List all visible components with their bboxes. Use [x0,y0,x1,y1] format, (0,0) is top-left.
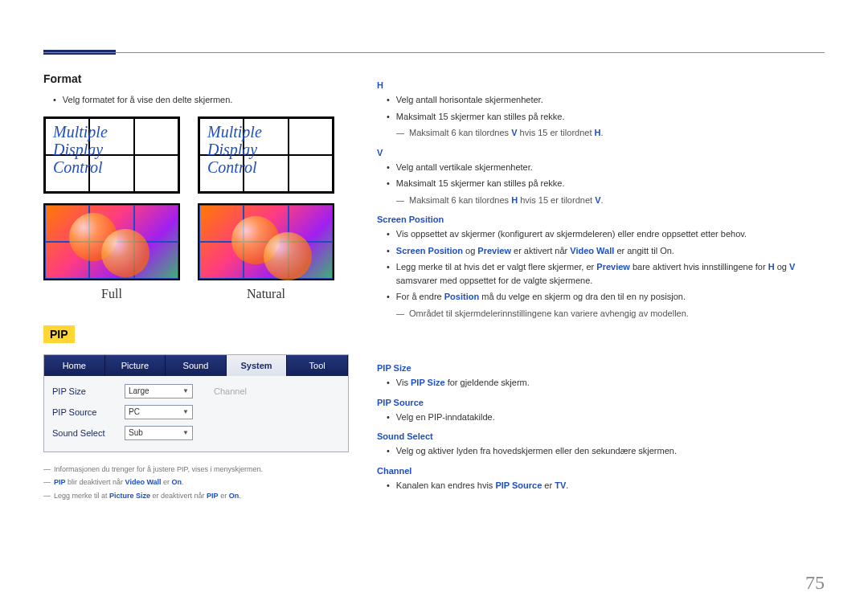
note-1-text: Informasjonen du trenger for å justere P… [54,465,263,475]
h-heading: H [377,80,825,90]
note-3-text: Legg merke til at Picture Size er deakti… [54,492,241,501]
channel-heading: Channel [377,466,825,476]
channel-disabled-label: Channel [214,386,247,396]
full-stack: Multiple Display Control Full [43,116,180,301]
note-1: ― Informasjonen du trenger for å justere… [43,465,349,475]
tab-picture[interactable]: Picture [105,355,166,376]
note-2-pip: PIP [54,478,66,486]
tab-tool[interactable]: Tool [287,355,348,376]
page-columns: Format • Velg formatet for å vise den de… [43,72,825,505]
pipsize-heading: PIP Size [377,363,825,373]
natural-stack: Multiple Display Control Natural [198,116,334,301]
footnotes: ― Informasjonen du trenger for å justere… [43,465,349,501]
left-column: Format • Velg formatet for å vise den de… [43,72,349,505]
format-images-row: Multiple Display Control Full Multiple D… [43,116,349,301]
pip-source-label: PIP Source [52,407,125,417]
channel-b1: • Kanalen kan endres hvis PIP Source er … [387,479,825,492]
note-3: ― Legg merke til at Picture Size er deak… [43,492,349,501]
menu-tabs: Home Picture Sound System Tool [44,355,348,376]
row-pip-source: PIP Source PC ▼ [52,402,340,423]
h-sub: ― Maksimalt 6 kan tilordnes V hvis 15 er… [396,126,825,140]
pipsrc-heading: PIP Source [377,398,825,407]
row-pip-size: PIP Size Large ▼ Channel [52,381,340,402]
bullet-dot: • [53,93,56,107]
sound-select-select[interactable]: Sub ▼ [125,426,193,440]
note-2: ― PIP blir deaktivert når Video Wall er … [43,478,349,488]
flower-grid-natural [198,203,334,280]
v-sub: ― Maksimalt 6 kan tilordnes H hvis 15 er… [396,194,825,207]
pipsrc-b1: •Velg en PIP-inndatakilde. [387,411,825,424]
sp-b1: •Vis oppsettet av skjermer (konfigurert … [387,227,825,241]
label-natural: Natural [198,287,334,301]
sp-b3: • Legg merke til at hvis det er valgt fl… [387,260,825,287]
mdc-grid-full: Multiple Display Control [43,116,180,194]
sound-select-value: Sub [129,428,143,437]
flower-grid-full [43,203,180,280]
soundsel-b1: •Velg og aktiver lyden fra hovedskjermen… [387,444,825,458]
h-b1: •Velg antall horisontale skjermenheter. [387,93,825,107]
menu-ui: Home Picture Sound System Tool PIP Size … [43,354,349,452]
pipsize-b1: • Vis PIP Size for gjeldende skjerm. [387,376,825,390]
tab-sound[interactable]: Sound [166,355,227,376]
soundsel-heading: Sound Select [377,431,825,441]
label-full: Full [43,287,180,301]
mdc-grid-natural: Multiple Display Control [198,116,334,194]
format-heading: Format [43,72,349,85]
pip-badge: PIP [43,325,75,343]
sound-select-label: Sound Select [52,428,125,438]
tab-home[interactable]: Home [44,355,105,376]
sp-b4: • For å endre Position må du velge en sk… [387,290,825,304]
h-b2: •Maksimalt 15 skjermer kan stilles på re… [387,110,825,124]
pip-size-label: PIP Size [52,386,125,396]
chevron-down-icon: ▼ [182,429,189,436]
sp-b2: • Screen Position og Preview er aktivert… [387,244,825,258]
tab-system[interactable]: System [227,355,288,376]
chevron-down-icon: ▼ [182,387,189,394]
v-b2: •Maksimalt 15 skjermer kan stilles på re… [387,177,825,190]
sp-heading: Screen Position [377,215,825,224]
right-column: H •Velg antall horisontale skjermenheter… [377,72,825,505]
v-b1: •Velg antall vertikale skjermenheter. [387,161,825,174]
row-sound-select: Sound Select Sub ▼ [52,423,340,443]
lower-right-block: PIP Size • Vis PIP Size for gjeldende sk… [377,363,825,492]
note-2-text: PIP blir deaktivert når Video Wall er On… [54,478,184,488]
pip-source-value: PC [129,407,140,416]
page-number: 75 [805,572,825,594]
header-rule [43,52,825,53]
format-desc: • Velg formatet for å vise den delte skj… [53,93,349,107]
pip-source-select[interactable]: PC ▼ [125,405,193,419]
sp-sub: ―Området til skjermdelerinnstillingene k… [396,307,825,321]
pip-size-select[interactable]: Large ▼ [125,384,193,398]
chevron-down-icon: ▼ [182,408,189,415]
v-heading: V [377,148,825,157]
pip-size-value: Large [129,386,149,395]
format-desc-text: Velg formatet for å vise den delte skjer… [63,93,233,107]
menu-body: PIP Size Large ▼ Channel PIP Source PC ▼… [44,376,348,452]
